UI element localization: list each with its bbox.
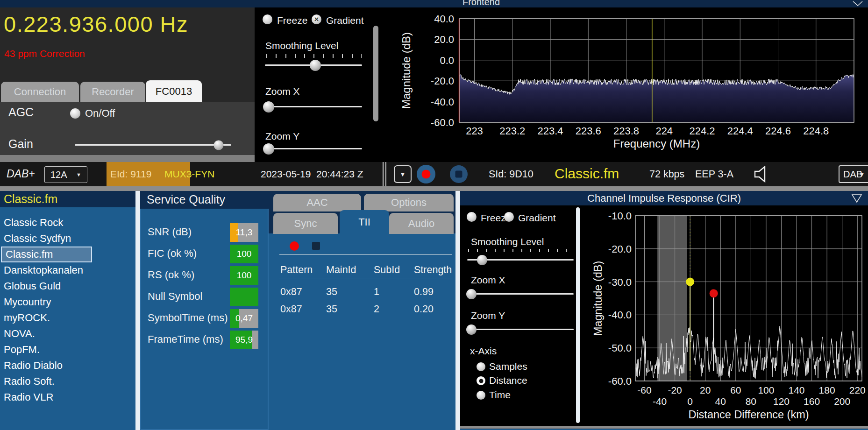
station-list-item[interactable]: Globus Guld [0, 278, 135, 294]
svg-text:220: 220 [849, 385, 866, 395]
cir-zoom-x-knob[interactable] [466, 289, 477, 299]
frontend-zoom-x-knob[interactable] [263, 101, 274, 113]
bitrate: 72 kbps [649, 169, 684, 180]
frontend-zoom-y-slider[interactable] [265, 143, 362, 155]
service-dropdown-button[interactable]: ▼ [394, 165, 412, 183]
xaxis-radio-label: Distance [489, 375, 527, 386]
splitter-handle[interactable] [373, 26, 378, 121]
ensemble-id: EId: 9119 [110, 169, 151, 180]
device-tab-fc0013[interactable]: FC0013 [146, 80, 202, 102]
device-select[interactable]: DAB ▼ [839, 165, 868, 183]
sq-row-bar: 0,47 [230, 309, 258, 328]
sq-row-label: RS (ok %) [148, 269, 194, 281]
svg-text:140: 140 [789, 385, 805, 395]
xaxis-radio-label: Time [489, 389, 511, 401]
frontend-titlebar[interactable]: Frontend [0, 0, 868, 7]
channel-select[interactable]: 12A ▼ [44, 166, 87, 183]
frontend-window-title: Frontend [420, 0, 542, 7]
cir-zoom-y-slider[interactable] [467, 324, 574, 335]
station-list-item[interactable]: NOVA. [0, 326, 135, 342]
tii-col-header: MainId [326, 264, 356, 276]
cir-zoom-y-knob[interactable] [466, 324, 477, 335]
svg-text:223: 223 [466, 125, 483, 137]
cir-zoom-x-track[interactable] [467, 293, 574, 295]
tab-audio[interactable]: Audio [389, 213, 454, 234]
svg-text:-40.0: -40.0 [608, 309, 632, 321]
spectrum-plot[interactable]: 40.020.00.0-20.0-40.0-60.0223223.2223.42… [378, 7, 868, 162]
record-button[interactable] [417, 165, 435, 183]
cir-zoom-y-track[interactable] [467, 329, 574, 330]
tab-sync[interactable]: Sync [273, 213, 338, 234]
station-list-item[interactable]: Classic.fm [1, 247, 92, 262]
stop-button[interactable] [450, 165, 468, 183]
cir-gradient-radio[interactable] [504, 212, 514, 222]
collapse-chevron-icon[interactable] [852, 0, 863, 7]
sq-row-value: 95,9 [230, 331, 258, 349]
tii-table-cell: 0x87 [280, 286, 302, 298]
cir-x-axis-label: x-Axis [470, 345, 497, 357]
sq-bar-fill [230, 288, 258, 306]
station-list-item[interactable]: myROCK. [0, 310, 135, 326]
sq-row-bar: 11,3 [230, 223, 258, 242]
svg-text:40.0: 40.0 [434, 13, 454, 25]
frequency-display: 0.223.936.000 Hz [4, 11, 188, 37]
frontend-zoom-y-knob[interactable] [263, 143, 274, 155]
cir-smoothing-label: Smoothing Level [471, 236, 544, 247]
tii-table-cell: 35 [326, 303, 337, 315]
svg-text:80: 80 [746, 396, 756, 407]
frontend-smoothing-slider[interactable] [265, 60, 362, 71]
tab-tii[interactable]: TII [340, 210, 389, 234]
protection-level: EEP 3-A [695, 169, 733, 180]
station-list-item[interactable]: Mycountry [0, 294, 135, 310]
cir-smoothing-knob[interactable] [477, 255, 487, 265]
svg-text:0.0: 0.0 [440, 55, 454, 66]
station-list-item[interactable]: PopFM. [0, 342, 135, 358]
frontend-zoom-y-track[interactable] [265, 148, 362, 149]
cir-zoom-x-slider[interactable] [467, 289, 574, 299]
cir-freeze-radio[interactable] [467, 212, 477, 222]
device-tab-connection[interactable]: Connection [1, 82, 79, 102]
dropdown-caret-icon: ▼ [860, 171, 865, 177]
xaxis-radio-time[interactable] [477, 391, 485, 400]
gain-slider-knob[interactable] [214, 141, 224, 150]
xaxis-radio-samples[interactable] [477, 362, 485, 371]
status-bar-divider [385, 162, 386, 186]
agc-label: AGC [8, 106, 34, 119]
dropdown-caret-icon: ▼ [76, 172, 81, 177]
tab-aac[interactable]: AAC [273, 194, 361, 211]
device-tab-recorder[interactable]: Recorder [80, 82, 145, 102]
tab-options[interactable]: Options [364, 194, 454, 211]
frontend-gradient-radio[interactable] [312, 14, 321, 24]
station-list-item[interactable]: Radio VLR [0, 389, 135, 405]
agc-onoff-radio[interactable] [70, 108, 80, 119]
gain-slider-track[interactable] [75, 144, 231, 146]
station-list-item[interactable]: Classic Rock [0, 215, 135, 231]
cir-splitter-handle[interactable] [576, 207, 580, 423]
station-list-item[interactable]: Radio Soft. [0, 374, 135, 389]
frontend-zoom-x-label: Zoom X [265, 86, 300, 97]
frontend-zoom-x-slider[interactable] [265, 101, 362, 113]
dropdown-caret-icon: ▼ [400, 171, 406, 178]
frontend-gradient-label: Gradient [326, 15, 364, 26]
frontend-zoom-x-track[interactable] [265, 106, 362, 107]
status-bar-divider [383, 162, 384, 186]
cir-plot[interactable]: -10.0-20.0-30.0-40.0-50.0-60.0-60-202060… [582, 205, 868, 426]
xaxis-radio-distance[interactable] [477, 376, 485, 385]
station-list-item[interactable]: Dansktopkanalen [0, 262, 135, 278]
svg-text:Magnitude (dB): Magnitude (dB) [400, 32, 413, 109]
station-list-item[interactable]: Classic Sydfyn [0, 231, 135, 247]
cir-collapse-triangle-icon[interactable] [851, 194, 862, 203]
station-list-item[interactable]: Radio Diablo [0, 358, 135, 374]
sq-row-bar: 100 [230, 245, 258, 263]
cir-smoothing-slider[interactable] [467, 255, 574, 265]
gain-slider[interactable] [75, 140, 231, 150]
ensemble-name: MUX3-FYN [164, 169, 214, 180]
service-name: Classic.fm [555, 166, 619, 182]
svg-text:223.6: 223.6 [576, 125, 601, 137]
speaker-icon[interactable] [753, 166, 772, 183]
svg-text:224.6: 224.6 [765, 125, 791, 137]
tii-separator-line [279, 254, 452, 255]
frontend-freeze-radio[interactable] [263, 14, 272, 24]
panel-divider [135, 191, 140, 430]
frontend-smoothing-knob[interactable] [310, 60, 321, 71]
